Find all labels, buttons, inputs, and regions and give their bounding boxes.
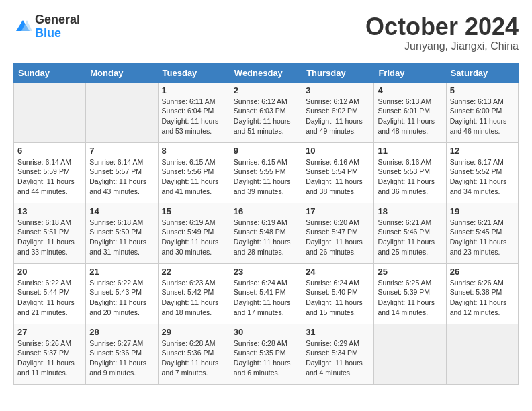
day-detail: Sunrise: 6:19 AM Sunset: 5:49 PM Dayligh… [162, 218, 226, 257]
day-number: 11 [378, 146, 442, 156]
day-cell: 31Sunrise: 6:29 AM Sunset: 5:34 PM Dayli… [302, 324, 374, 384]
day-detail: Sunrise: 6:23 AM Sunset: 5:42 PM Dayligh… [162, 278, 226, 318]
week-row-3: 13Sunrise: 6:18 AM Sunset: 5:51 PM Dayli… [14, 203, 519, 263]
calendar-table: SundayMondayTuesdayWednesdayThursdayFrid… [13, 63, 519, 385]
day-detail: Sunrise: 6:26 AM Sunset: 5:38 PM Dayligh… [450, 278, 515, 318]
day-number: 30 [234, 327, 298, 337]
day-cell: 28Sunrise: 6:27 AM Sunset: 5:36 PM Dayli… [86, 324, 158, 384]
location: Junyang, Jiangxi, China [365, 40, 519, 52]
weekday-header-sunday: Sunday [14, 63, 86, 82]
day-cell: 16Sunrise: 6:19 AM Sunset: 5:48 PM Dayli… [230, 203, 302, 263]
day-detail: Sunrise: 6:29 AM Sunset: 5:34 PM Dayligh… [306, 338, 370, 378]
day-number: 22 [162, 267, 226, 277]
day-cell: 13Sunrise: 6:18 AM Sunset: 5:51 PM Dayli… [14, 203, 86, 263]
day-number: 7 [89, 146, 154, 156]
day-detail: Sunrise: 6:14 AM Sunset: 5:59 PM Dayligh… [17, 157, 82, 197]
day-cell: 23Sunrise: 6:24 AM Sunset: 5:41 PM Dayli… [230, 263, 302, 324]
week-row-1: 1Sunrise: 6:11 AM Sunset: 6:04 PM Daylig… [14, 82, 519, 142]
day-cell: 19Sunrise: 6:21 AM Sunset: 5:45 PM Dayli… [446, 203, 518, 263]
day-detail: Sunrise: 6:19 AM Sunset: 5:48 PM Dayligh… [234, 218, 298, 257]
day-detail: Sunrise: 6:12 AM Sunset: 6:02 PM Dayligh… [306, 97, 370, 136]
day-cell: 17Sunrise: 6:20 AM Sunset: 5:47 PM Dayli… [302, 203, 374, 263]
day-detail: Sunrise: 6:27 AM Sunset: 5:36 PM Dayligh… [89, 338, 154, 378]
weekday-header-saturday: Saturday [446, 63, 518, 82]
day-number: 10 [306, 146, 370, 156]
day-cell: 25Sunrise: 6:25 AM Sunset: 5:39 PM Dayli… [374, 263, 446, 324]
weekday-header-wednesday: Wednesday [230, 63, 302, 82]
day-number: 16 [234, 206, 298, 216]
day-detail: Sunrise: 6:24 AM Sunset: 5:40 PM Dayligh… [306, 278, 370, 318]
day-detail: Sunrise: 6:20 AM Sunset: 5:47 PM Dayligh… [306, 218, 370, 257]
day-number: 27 [17, 327, 82, 337]
day-number: 6 [17, 146, 82, 156]
day-cell: 29Sunrise: 6:28 AM Sunset: 5:36 PM Dayli… [158, 324, 230, 384]
day-detail: Sunrise: 6:22 AM Sunset: 5:44 PM Dayligh… [17, 278, 82, 318]
day-detail: Sunrise: 6:15 AM Sunset: 5:55 PM Dayligh… [234, 157, 298, 197]
day-cell [446, 324, 518, 384]
day-number: 17 [306, 206, 370, 216]
page-header: General Blue October 2024 Junyang, Jiang… [13, 13, 519, 52]
day-cell: 21Sunrise: 6:22 AM Sunset: 5:43 PM Dayli… [86, 263, 158, 324]
day-number: 5 [450, 85, 515, 95]
day-cell: 11Sunrise: 6:16 AM Sunset: 5:53 PM Dayli… [374, 142, 446, 203]
day-cell [374, 324, 446, 384]
day-detail: Sunrise: 6:21 AM Sunset: 5:45 PM Dayligh… [450, 218, 515, 257]
day-cell: 7Sunrise: 6:14 AM Sunset: 5:57 PM Daylig… [86, 142, 158, 203]
weekday-header-tuesday: Tuesday [158, 63, 230, 82]
weekday-header-thursday: Thursday [302, 63, 374, 82]
day-detail: Sunrise: 6:18 AM Sunset: 5:51 PM Dayligh… [17, 218, 82, 257]
day-detail: Sunrise: 6:16 AM Sunset: 5:53 PM Dayligh… [378, 157, 442, 197]
day-cell: 9Sunrise: 6:15 AM Sunset: 5:55 PM Daylig… [230, 142, 302, 203]
day-number: 25 [378, 267, 442, 277]
day-number: 24 [306, 267, 370, 277]
day-detail: Sunrise: 6:28 AM Sunset: 5:36 PM Dayligh… [162, 338, 226, 378]
day-detail: Sunrise: 6:11 AM Sunset: 6:04 PM Dayligh… [162, 97, 226, 136]
day-cell: 15Sunrise: 6:19 AM Sunset: 5:49 PM Dayli… [158, 203, 230, 263]
day-cell: 12Sunrise: 6:17 AM Sunset: 5:52 PM Dayli… [446, 142, 518, 203]
day-number: 23 [234, 267, 298, 277]
day-cell: 3Sunrise: 6:12 AM Sunset: 6:02 PM Daylig… [302, 82, 374, 142]
day-number: 3 [306, 85, 370, 95]
day-number: 14 [89, 206, 154, 216]
day-detail: Sunrise: 6:26 AM Sunset: 5:37 PM Dayligh… [17, 338, 82, 378]
day-cell: 10Sunrise: 6:16 AM Sunset: 5:54 PM Dayli… [302, 142, 374, 203]
day-number: 9 [234, 146, 298, 156]
logo-icon [13, 17, 32, 36]
day-detail: Sunrise: 6:28 AM Sunset: 5:35 PM Dayligh… [234, 338, 298, 378]
month-title: October 2024 [365, 13, 519, 40]
day-cell [86, 82, 158, 142]
day-cell: 6Sunrise: 6:14 AM Sunset: 5:59 PM Daylig… [14, 142, 86, 203]
day-number: 15 [162, 206, 226, 216]
day-number: 18 [378, 206, 442, 216]
day-number: 29 [162, 327, 226, 337]
day-detail: Sunrise: 6:24 AM Sunset: 5:41 PM Dayligh… [234, 278, 298, 318]
day-cell: 27Sunrise: 6:26 AM Sunset: 5:37 PM Dayli… [14, 324, 86, 384]
day-number: 19 [450, 206, 515, 216]
day-cell: 26Sunrise: 6:26 AM Sunset: 5:38 PM Dayli… [446, 263, 518, 324]
day-cell [14, 82, 86, 142]
day-cell: 8Sunrise: 6:15 AM Sunset: 5:56 PM Daylig… [158, 142, 230, 203]
week-row-5: 27Sunrise: 6:26 AM Sunset: 5:37 PM Dayli… [14, 324, 519, 384]
weekday-header-monday: Monday [86, 63, 158, 82]
day-cell: 18Sunrise: 6:21 AM Sunset: 5:46 PM Dayli… [374, 203, 446, 263]
weekday-header-friday: Friday [374, 63, 446, 82]
day-number: 31 [306, 327, 370, 337]
day-number: 21 [89, 267, 154, 277]
day-detail: Sunrise: 6:15 AM Sunset: 5:56 PM Dayligh… [162, 157, 226, 197]
day-cell: 30Sunrise: 6:28 AM Sunset: 5:35 PM Dayli… [230, 324, 302, 384]
day-number: 8 [162, 146, 226, 156]
day-detail: Sunrise: 6:17 AM Sunset: 5:52 PM Dayligh… [450, 157, 515, 197]
day-cell: 2Sunrise: 6:12 AM Sunset: 6:03 PM Daylig… [230, 82, 302, 142]
day-detail: Sunrise: 6:18 AM Sunset: 5:50 PM Dayligh… [89, 218, 154, 257]
day-number: 1 [162, 85, 226, 95]
day-cell: 4Sunrise: 6:13 AM Sunset: 6:01 PM Daylig… [374, 82, 446, 142]
logo-general-text: General [35, 13, 80, 26]
day-number: 20 [17, 267, 82, 277]
day-detail: Sunrise: 6:13 AM Sunset: 6:01 PM Dayligh… [378, 97, 442, 136]
day-detail: Sunrise: 6:13 AM Sunset: 6:00 PM Dayligh… [450, 97, 515, 136]
day-detail: Sunrise: 6:22 AM Sunset: 5:43 PM Dayligh… [89, 278, 154, 318]
week-row-2: 6Sunrise: 6:14 AM Sunset: 5:59 PM Daylig… [14, 142, 519, 203]
day-cell: 14Sunrise: 6:18 AM Sunset: 5:50 PM Dayli… [86, 203, 158, 263]
day-cell: 22Sunrise: 6:23 AM Sunset: 5:42 PM Dayli… [158, 263, 230, 324]
day-cell: 20Sunrise: 6:22 AM Sunset: 5:44 PM Dayli… [14, 263, 86, 324]
